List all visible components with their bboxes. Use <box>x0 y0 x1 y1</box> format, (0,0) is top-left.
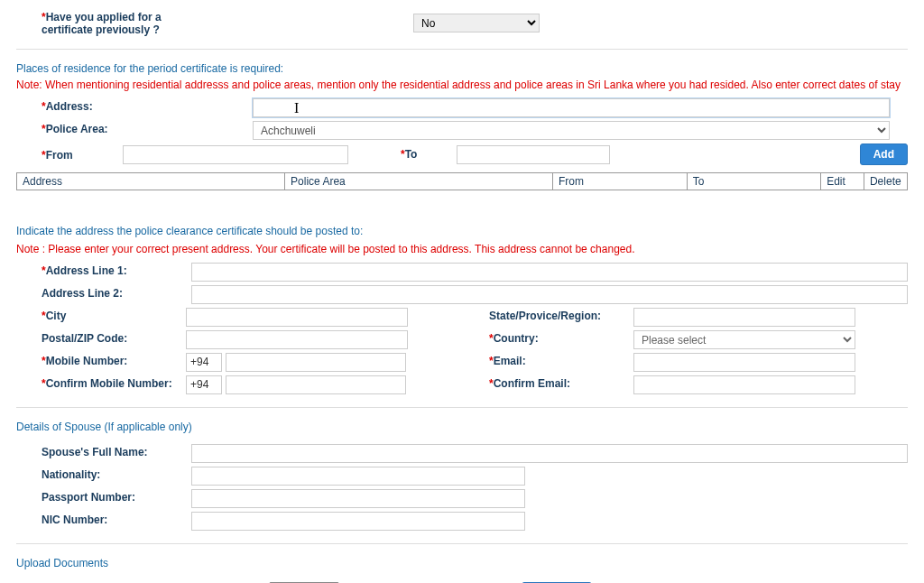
spouse-fullname-input[interactable] <box>191 444 908 463</box>
spouse-nic-label: NIC Number: <box>42 514 107 526</box>
col-police: Police Area <box>285 173 553 190</box>
postal-input[interactable] <box>186 330 408 349</box>
applied-prev-select[interactable]: No <box>413 14 540 32</box>
confirm-mobile-input[interactable] <box>226 375 406 394</box>
spouse-fullname-label: Spouse's Full Name: <box>42 446 148 458</box>
country-select[interactable]: Please select <box>633 330 855 349</box>
confirm-email-input[interactable] <box>633 375 855 394</box>
spouse-nationality-input[interactable] <box>191 467 525 486</box>
mobile-input[interactable] <box>226 353 406 372</box>
col-from: From <box>552 173 687 190</box>
city-label: City <box>46 310 67 322</box>
spouse-passport-input[interactable] <box>191 489 525 508</box>
confirm-mobile-prefix: +94 <box>186 375 222 394</box>
upload-heading: Upload Documents <box>16 557 908 569</box>
addr2-label: Address Line 2: <box>42 287 123 300</box>
residence-note: Note: When mentioning residential addres… <box>16 79 908 91</box>
to-date-input[interactable] <box>457 145 610 164</box>
email-label: Email: <box>494 355 526 367</box>
state-label: State/Provice/Region: <box>489 310 601 322</box>
add-button[interactable]: Add <box>860 143 908 165</box>
residence-table: Address Police Area From To Edit Delete <box>16 172 908 190</box>
addr1-input[interactable] <box>191 263 908 282</box>
city-input[interactable] <box>186 308 408 327</box>
mobile-label: Mobile Number: <box>46 355 128 367</box>
from-label: From <box>46 149 73 162</box>
email-input[interactable] <box>633 353 855 372</box>
state-input[interactable] <box>633 308 855 327</box>
col-edit: Edit <box>821 173 864 190</box>
postal-label: Postal/ZIP Code: <box>42 332 127 345</box>
col-to: To <box>687 173 820 190</box>
divider <box>16 407 908 408</box>
col-address: Address <box>17 173 285 190</box>
address-label: Address: <box>46 100 93 113</box>
mobile-prefix: +94 <box>186 353 222 372</box>
residence-heading: Places of residence for the period certi… <box>16 62 908 75</box>
spouse-heading: Details of Spouse (If applicable only) <box>16 421 908 433</box>
confirm-email-label: Confirm Email: <box>494 377 570 390</box>
col-delete: Delete <box>864 173 907 190</box>
applied-prev-label: Have you applied for a certificate previ… <box>42 11 162 36</box>
to-label: To <box>405 148 418 161</box>
posting-heading: Indicate the address the police clearanc… <box>16 225 908 237</box>
spouse-nationality-label: Nationality: <box>42 468 100 481</box>
addr1-label: Address Line 1: <box>46 264 127 277</box>
addr2-input[interactable] <box>191 285 908 304</box>
police-area-label: Police Area: <box>46 123 108 135</box>
spouse-nic-input[interactable] <box>191 512 525 531</box>
posting-note: Note : Please enter your correct present… <box>16 243 908 255</box>
confirm-mobile-label: Confirm Mobile Number: <box>46 377 172 390</box>
address-input[interactable] <box>253 98 890 117</box>
spouse-passport-label: Passport Number: <box>42 491 135 504</box>
from-date-input[interactable] <box>123 145 348 164</box>
police-area-select[interactable]: Achchuweli <box>253 121 890 140</box>
divider <box>16 49 908 50</box>
divider <box>16 543 908 544</box>
country-label: Country: <box>494 332 539 345</box>
